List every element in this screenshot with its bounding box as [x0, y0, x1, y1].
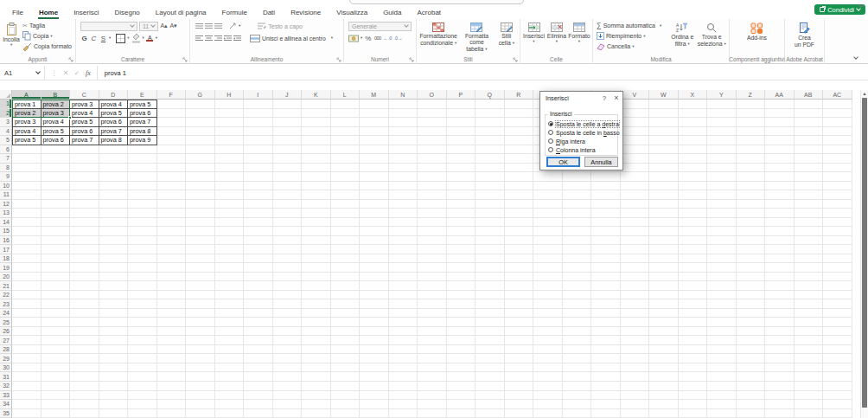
cell-L26[interactable] [331, 327, 361, 337]
cell-AA23[interactable] [765, 299, 795, 309]
cell-AC16[interactable] [823, 236, 852, 246]
cell-Y8[interactable] [707, 164, 737, 173]
cell-X4[interactable] [679, 127, 708, 137]
cell-U35[interactable] [591, 409, 621, 418]
cell-U34[interactable] [591, 400, 621, 409]
cell-U30[interactable] [591, 363, 621, 373]
cell-K4[interactable] [302, 127, 331, 137]
cell-E12[interactable] [128, 200, 157, 209]
cell-Z15[interactable] [737, 227, 766, 236]
cell-V9[interactable] [621, 172, 650, 182]
cell-P12[interactable] [447, 200, 476, 209]
cell-S11[interactable] [533, 190, 563, 200]
cell-W14[interactable] [649, 218, 679, 228]
cell-V26[interactable] [621, 327, 650, 337]
cell-R1[interactable] [505, 100, 534, 109]
cell-S16[interactable] [533, 236, 563, 246]
tab-dati[interactable]: Dati [255, 7, 283, 19]
cell-W15[interactable] [649, 227, 679, 236]
cell-M14[interactable] [360, 218, 389, 228]
cell-AC20[interactable] [823, 273, 852, 282]
comma-style-button[interactable]: 000 [373, 34, 381, 43]
cell-O24[interactable] [418, 309, 447, 318]
cell-AB6[interactable] [795, 145, 824, 155]
cell-I15[interactable] [244, 227, 273, 236]
cell-E35[interactable] [128, 409, 157, 418]
cell-Y11[interactable] [707, 190, 737, 200]
cell-Y18[interactable] [707, 254, 737, 264]
cell-B6[interactable] [41, 145, 71, 155]
cell-V22[interactable] [621, 291, 650, 300]
col-header-N[interactable]: N [389, 90, 418, 100]
cell-P35[interactable] [447, 409, 476, 418]
cell-A21[interactable] [12, 281, 41, 291]
cell-F34[interactable] [157, 400, 187, 409]
cell-G19[interactable] [186, 263, 215, 273]
cell-D31[interactable] [99, 372, 129, 382]
cell-Z13[interactable] [737, 209, 766, 218]
cell-O29[interactable] [418, 354, 447, 363]
cell-Y1[interactable] [707, 100, 737, 109]
cell-N11[interactable] [389, 190, 418, 200]
cell-I32[interactable] [244, 382, 273, 391]
cell-D12[interactable] [99, 200, 129, 209]
cell-F9[interactable] [157, 172, 187, 182]
cell-E29[interactable] [128, 354, 157, 363]
cell-AA16[interactable] [765, 236, 795, 246]
number-format-combo[interactable]: Generale [348, 22, 412, 31]
cell-M15[interactable] [360, 227, 389, 236]
cell-N15[interactable] [389, 227, 418, 236]
cell-Z5[interactable] [737, 136, 766, 145]
cell-N10[interactable] [389, 182, 418, 191]
cell-AA28[interactable] [765, 345, 795, 355]
cell-J32[interactable] [273, 382, 303, 391]
cell-F19[interactable] [157, 263, 187, 273]
cell-X9[interactable] [679, 172, 708, 182]
cell-Y7[interactable] [707, 154, 737, 164]
cell-G5[interactable] [186, 136, 215, 145]
cell-K11[interactable] [302, 190, 331, 200]
cell-C1[interactable]: prova 3 [70, 100, 99, 109]
cell-V25[interactable] [621, 318, 650, 327]
cell-K33[interactable] [302, 391, 331, 401]
cell-L1[interactable] [331, 100, 361, 109]
cell-P4[interactable] [447, 127, 476, 137]
col-header-I[interactable]: I [244, 90, 273, 100]
cell-R35[interactable] [505, 409, 534, 418]
cell-X7[interactable] [679, 154, 708, 164]
cell-J12[interactable] [273, 200, 303, 209]
cell-R11[interactable] [505, 190, 534, 200]
cell-J6[interactable] [273, 145, 303, 155]
cell-H3[interactable] [215, 118, 245, 127]
align-middle-button[interactable] [205, 22, 213, 31]
cell-B21[interactable] [41, 281, 71, 291]
cell-R3[interactable] [505, 118, 534, 127]
cell-AA9[interactable] [765, 172, 795, 182]
increase-decimal-button[interactable]: ←.0 [383, 34, 392, 43]
cell-H9[interactable] [215, 172, 245, 182]
cell-R28[interactable] [505, 345, 534, 355]
row-header-9[interactable]: 9 [0, 172, 12, 182]
cell-AB33[interactable] [795, 391, 824, 401]
cell-X25[interactable] [679, 318, 708, 327]
cell-L32[interactable] [331, 382, 361, 391]
cell-A26[interactable] [12, 327, 41, 337]
cell-G23[interactable] [186, 299, 215, 309]
cell-W27[interactable] [649, 336, 679, 345]
cell-J16[interactable] [273, 236, 303, 246]
cell-T35[interactable] [563, 409, 592, 418]
cell-J17[interactable] [273, 245, 303, 254]
cell-G14[interactable] [186, 218, 215, 228]
cell-T30[interactable] [563, 363, 592, 373]
row-header-5[interactable]: 5 [0, 136, 12, 145]
cell-E23[interactable] [128, 299, 157, 309]
cell-Q12[interactable] [475, 200, 505, 209]
cell-J3[interactable] [273, 118, 303, 127]
cell-D9[interactable] [99, 172, 129, 182]
cell-I11[interactable] [244, 190, 273, 200]
cell-AB28[interactable] [795, 345, 824, 355]
cell-Y30[interactable] [707, 363, 737, 373]
cell-M1[interactable] [360, 100, 389, 109]
delete-cells-button[interactable]: Elimina ▾ [546, 21, 568, 55]
cell-V30[interactable] [621, 363, 650, 373]
